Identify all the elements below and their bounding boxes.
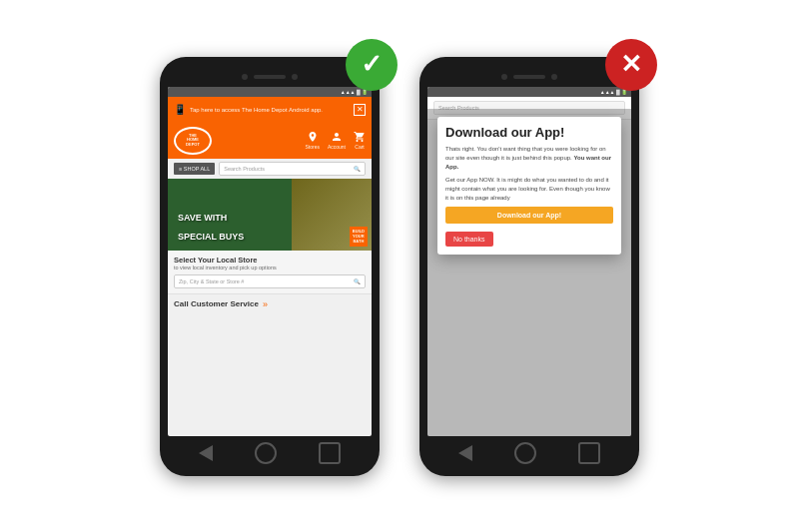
popup-body1: Thats right. You don't want thing that y… <box>445 145 613 172</box>
good-phone-wrapper: ✓ ▲▲▲ ▓ 🔋 📱 Tap here to access The Home … <box>160 57 380 476</box>
search-box[interactable]: Search Products 🔍 <box>219 162 366 176</box>
good-badge: ✓ <box>346 39 398 91</box>
no-thanks-button[interactable]: No thanks <box>445 232 493 247</box>
store-title: Select Your Local Store <box>174 256 366 265</box>
bad-phone-wrapper: ✕ ▲▲▲ ▓ 🔋 Search Products Download our A… <box>419 57 639 476</box>
call-text: Call Customer Service <box>174 299 259 308</box>
back-button[interactable] <box>199 445 213 461</box>
bad-phone-top-bar <box>427 71 631 83</box>
home-button[interactable] <box>255 442 277 464</box>
bad-back-button[interactable] <box>458 445 472 461</box>
shop-all-button[interactable]: ≡ SHOP ALL <box>174 163 215 175</box>
store-search-icon: 🔍 <box>354 278 361 284</box>
bad-recent-button[interactable] <box>578 442 600 464</box>
nav-stores[interactable]: Stores <box>305 131 319 150</box>
hero-text-block: SAVE WITH SPECIAL BUYS <box>172 209 250 247</box>
nav-account[interactable]: Account <box>328 131 346 150</box>
hd-nav-icons: Stores Account Cart <box>305 131 366 150</box>
call-section[interactable]: Call Customer Service » <box>168 294 372 314</box>
good-phone-bottom-nav <box>168 442 372 464</box>
hd-header: THEHOMEDEPOT Stores Account Cart <box>168 123 372 159</box>
download-popup: Download our App! Thats right. You don't… <box>437 117 621 256</box>
bad-phone-screen: ▲▲▲ ▓ 🔋 Search Products Download our App… <box>427 87 631 436</box>
call-arrow: » <box>263 299 268 309</box>
hero-badge: BUILDYOURBATH <box>350 227 368 247</box>
bad-camera-dot <box>501 74 507 80</box>
popup-body2: Get our App NOW. It is might do what you… <box>445 176 613 203</box>
hd-logo: THEHOMEDEPOT <box>174 127 212 155</box>
bad-home-button[interactable] <box>514 442 536 464</box>
phone-icon: 📱 <box>174 104 186 115</box>
good-phone-screen: ▲▲▲ ▓ 🔋 📱 Tap here to access The Home De… <box>168 87 372 436</box>
bad-phone-bottom-nav <box>427 442 631 464</box>
bad-speaker-bar <box>513 75 545 79</box>
banner-text: Tap here to access The Home Depot Androi… <box>190 107 350 113</box>
bad-status-bar: ▲▲▲ ▓ 🔋 <box>427 87 631 97</box>
hd-search-row: ≡ SHOP ALL Search Products 🔍 <box>168 159 372 179</box>
camera-dot <box>242 74 248 80</box>
hero-line2: SPECIAL BUYS <box>172 228 250 247</box>
store-input[interactable]: Zip, City & State or Store # 🔍 <box>174 274 366 288</box>
hd-hero: SAVE WITH SPECIAL BUYS BUILDYOURBATH <box>168 179 372 251</box>
search-placeholder: Search Products <box>224 166 265 172</box>
store-section: Select Your Local Store to view local in… <box>168 251 372 294</box>
download-app-button[interactable]: Download our App! <box>445 207 613 224</box>
speaker-bar <box>254 75 286 79</box>
bad-badge: ✕ <box>605 39 657 91</box>
nav-cart[interactable]: Cart <box>354 131 366 150</box>
camera-dot2 <box>292 74 298 80</box>
good-phone: ▲▲▲ ▓ 🔋 📱 Tap here to access The Home De… <box>160 57 380 476</box>
popup-title: Download our App! <box>445 125 613 141</box>
bad-phone: ▲▲▲ ▓ 🔋 Search Products Download our App… <box>419 57 639 476</box>
store-subtitle: to view local inventory and pick up opti… <box>174 265 366 270</box>
recent-button[interactable] <box>319 442 341 464</box>
bad-camera-dot2 <box>551 74 557 80</box>
hero-line1: SAVE WITH <box>172 209 250 228</box>
search-icon: 🔍 <box>354 166 361 172</box>
app-banner[interactable]: 📱 Tap here to access The Home Depot Andr… <box>168 97 372 123</box>
status-bar: ▲▲▲ ▓ 🔋 <box>168 87 372 97</box>
banner-close-button[interactable]: ✕ <box>354 104 366 116</box>
store-input-placeholder: Zip, City & State or Store # <box>179 278 244 284</box>
good-phone-top-bar <box>168 71 372 83</box>
